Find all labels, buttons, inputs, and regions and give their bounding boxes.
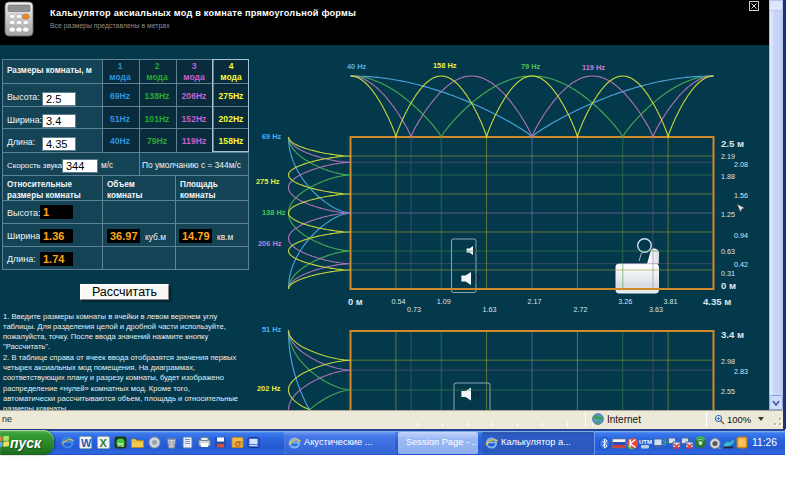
- svg-text:3.81: 3.81: [664, 297, 678, 306]
- svg-text:202 Hz: 202 Hz: [257, 384, 281, 393]
- svg-text:51 Hz: 51 Hz: [262, 325, 282, 334]
- svg-text:3.4 м: 3.4 м: [721, 329, 744, 340]
- svg-text:UTM: UTM: [639, 439, 652, 445]
- svg-text:2.17: 2.17: [528, 297, 542, 306]
- svg-text:1.09: 1.09: [437, 297, 451, 306]
- svg-text:2.98: 2.98: [721, 357, 735, 366]
- svg-text:2.83: 2.83: [734, 367, 748, 376]
- svg-text:119 Hz: 119 Hz: [582, 63, 605, 72]
- svg-text:1.25: 1.25: [721, 210, 735, 219]
- svg-text:W: W: [81, 437, 92, 449]
- svg-text:275 Hz: 275 Hz: [256, 177, 280, 186]
- svg-text:0 м: 0 м: [348, 296, 363, 307]
- svg-text:3.63: 3.63: [649, 305, 663, 314]
- svg-text:0.63: 0.63: [721, 247, 735, 256]
- svg-text:79 Hz: 79 Hz: [521, 62, 541, 71]
- svg-text:2.19: 2.19: [721, 152, 735, 161]
- svg-text:69 Hz: 69 Hz: [262, 132, 282, 141]
- svg-text:0.31: 0.31: [721, 269, 735, 278]
- svg-text:40 Hz: 40 Hz: [347, 62, 367, 71]
- svg-text:0 м: 0 м: [721, 280, 736, 291]
- svg-text:0.42: 0.42: [734, 260, 748, 269]
- svg-text:@: @: [234, 439, 242, 448]
- svg-text:206 Hz: 206 Hz: [258, 239, 282, 248]
- svg-text:1.88: 1.88: [721, 172, 735, 181]
- svg-text:2.08: 2.08: [734, 160, 748, 169]
- svg-text:3.26: 3.26: [618, 297, 632, 306]
- svg-text:1.56: 1.56: [734, 191, 748, 200]
- svg-text:4.35 м: 4.35 м: [703, 296, 731, 307]
- svg-text:0.94: 0.94: [734, 231, 748, 240]
- svg-text:PS: PS: [118, 442, 125, 448]
- svg-text:0.73: 0.73: [407, 305, 421, 314]
- svg-text:0.54: 0.54: [391, 297, 405, 306]
- svg-text:2.55: 2.55: [721, 387, 735, 396]
- svg-text:1.63: 1.63: [483, 305, 497, 314]
- svg-text:2.5 м: 2.5 м: [721, 138, 744, 149]
- svg-text:X: X: [100, 437, 108, 449]
- svg-text:2.72: 2.72: [573, 305, 587, 314]
- svg-text:158 Hz: 158 Hz: [433, 61, 457, 70]
- svg-text:138 Hz: 138 Hz: [262, 208, 286, 217]
